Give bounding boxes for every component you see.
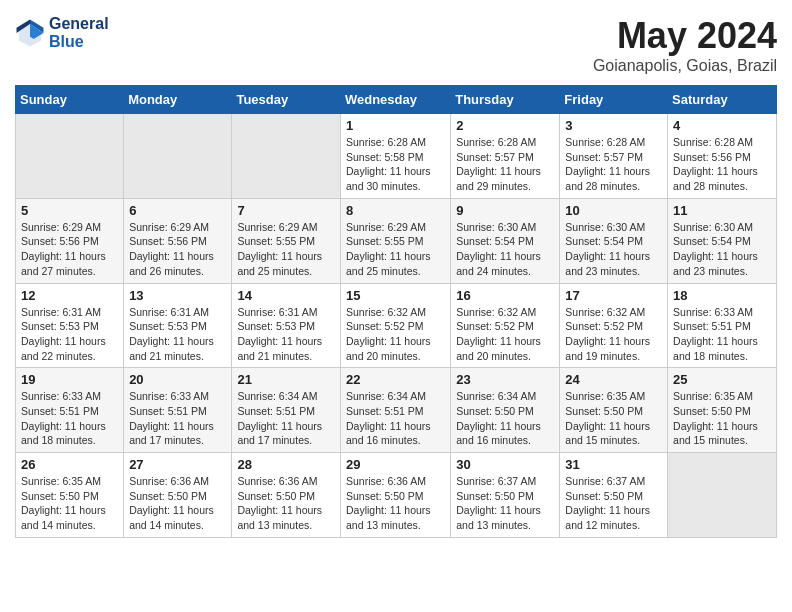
weekday-header-wednesday: Wednesday (340, 86, 450, 114)
day-number: 8 (346, 203, 445, 218)
day-info: Sunrise: 6:36 AM Sunset: 5:50 PM Dayligh… (346, 474, 445, 533)
calendar-week-1: 1Sunrise: 6:28 AM Sunset: 5:58 PM Daylig… (16, 114, 777, 199)
calendar-cell: 23Sunrise: 6:34 AM Sunset: 5:50 PM Dayli… (451, 368, 560, 453)
day-info: Sunrise: 6:32 AM Sunset: 5:52 PM Dayligh… (565, 305, 662, 364)
day-info: Sunrise: 6:35 AM Sunset: 5:50 PM Dayligh… (565, 389, 662, 448)
calendar-cell: 1Sunrise: 6:28 AM Sunset: 5:58 PM Daylig… (340, 114, 450, 199)
day-number: 9 (456, 203, 554, 218)
day-info: Sunrise: 6:33 AM Sunset: 5:51 PM Dayligh… (21, 389, 118, 448)
calendar-cell (124, 114, 232, 199)
weekday-header-thursday: Thursday (451, 86, 560, 114)
day-number: 17 (565, 288, 662, 303)
day-info: Sunrise: 6:34 AM Sunset: 5:51 PM Dayligh… (346, 389, 445, 448)
day-number: 26 (21, 457, 118, 472)
day-info: Sunrise: 6:36 AM Sunset: 5:50 PM Dayligh… (129, 474, 226, 533)
day-info: Sunrise: 6:37 AM Sunset: 5:50 PM Dayligh… (456, 474, 554, 533)
calendar-cell: 6Sunrise: 6:29 AM Sunset: 5:56 PM Daylig… (124, 198, 232, 283)
logo-icon (15, 18, 45, 48)
page-header: General Blue May 2024 Goianapolis, Goias… (15, 15, 777, 75)
day-info: Sunrise: 6:31 AM Sunset: 5:53 PM Dayligh… (237, 305, 335, 364)
day-number: 21 (237, 372, 335, 387)
calendar-body: 1Sunrise: 6:28 AM Sunset: 5:58 PM Daylig… (16, 114, 777, 538)
day-info: Sunrise: 6:28 AM Sunset: 5:57 PM Dayligh… (456, 135, 554, 194)
calendar-cell: 9Sunrise: 6:30 AM Sunset: 5:54 PM Daylig… (451, 198, 560, 283)
weekday-header-sunday: Sunday (16, 86, 124, 114)
calendar-cell (668, 453, 777, 538)
calendar-cell: 5Sunrise: 6:29 AM Sunset: 5:56 PM Daylig… (16, 198, 124, 283)
month-title: May 2024 (593, 15, 777, 57)
day-info: Sunrise: 6:29 AM Sunset: 5:56 PM Dayligh… (129, 220, 226, 279)
calendar-cell: 15Sunrise: 6:32 AM Sunset: 5:52 PM Dayli… (340, 283, 450, 368)
day-number: 24 (565, 372, 662, 387)
day-info: Sunrise: 6:35 AM Sunset: 5:50 PM Dayligh… (673, 389, 771, 448)
day-info: Sunrise: 6:29 AM Sunset: 5:55 PM Dayligh… (237, 220, 335, 279)
calendar-cell: 20Sunrise: 6:33 AM Sunset: 5:51 PM Dayli… (124, 368, 232, 453)
logo: General Blue (15, 15, 109, 50)
day-number: 22 (346, 372, 445, 387)
day-number: 7 (237, 203, 335, 218)
day-info: Sunrise: 6:36 AM Sunset: 5:50 PM Dayligh… (237, 474, 335, 533)
day-number: 19 (21, 372, 118, 387)
day-number: 23 (456, 372, 554, 387)
day-number: 16 (456, 288, 554, 303)
calendar-cell: 31Sunrise: 6:37 AM Sunset: 5:50 PM Dayli… (560, 453, 668, 538)
day-info: Sunrise: 6:28 AM Sunset: 5:58 PM Dayligh… (346, 135, 445, 194)
weekday-header-monday: Monday (124, 86, 232, 114)
calendar-cell (232, 114, 341, 199)
weekday-header-friday: Friday (560, 86, 668, 114)
day-number: 14 (237, 288, 335, 303)
weekday-header-saturday: Saturday (668, 86, 777, 114)
weekday-header-row: SundayMondayTuesdayWednesdayThursdayFrid… (16, 86, 777, 114)
day-info: Sunrise: 6:37 AM Sunset: 5:50 PM Dayligh… (565, 474, 662, 533)
day-info: Sunrise: 6:31 AM Sunset: 5:53 PM Dayligh… (129, 305, 226, 364)
day-info: Sunrise: 6:29 AM Sunset: 5:56 PM Dayligh… (21, 220, 118, 279)
day-number: 10 (565, 203, 662, 218)
calendar-cell: 7Sunrise: 6:29 AM Sunset: 5:55 PM Daylig… (232, 198, 341, 283)
calendar-cell: 8Sunrise: 6:29 AM Sunset: 5:55 PM Daylig… (340, 198, 450, 283)
day-info: Sunrise: 6:29 AM Sunset: 5:55 PM Dayligh… (346, 220, 445, 279)
weekday-header-tuesday: Tuesday (232, 86, 341, 114)
day-number: 1 (346, 118, 445, 133)
day-info: Sunrise: 6:28 AM Sunset: 5:56 PM Dayligh… (673, 135, 771, 194)
day-info: Sunrise: 6:34 AM Sunset: 5:50 PM Dayligh… (456, 389, 554, 448)
day-info: Sunrise: 6:31 AM Sunset: 5:53 PM Dayligh… (21, 305, 118, 364)
calendar-cell (16, 114, 124, 199)
calendar-cell: 29Sunrise: 6:36 AM Sunset: 5:50 PM Dayli… (340, 453, 450, 538)
calendar-cell: 3Sunrise: 6:28 AM Sunset: 5:57 PM Daylig… (560, 114, 668, 199)
day-number: 2 (456, 118, 554, 133)
day-number: 15 (346, 288, 445, 303)
day-info: Sunrise: 6:34 AM Sunset: 5:51 PM Dayligh… (237, 389, 335, 448)
day-number: 12 (21, 288, 118, 303)
calendar-week-2: 5Sunrise: 6:29 AM Sunset: 5:56 PM Daylig… (16, 198, 777, 283)
day-number: 31 (565, 457, 662, 472)
day-number: 20 (129, 372, 226, 387)
calendar-cell: 22Sunrise: 6:34 AM Sunset: 5:51 PM Dayli… (340, 368, 450, 453)
day-number: 28 (237, 457, 335, 472)
day-number: 25 (673, 372, 771, 387)
calendar-cell: 24Sunrise: 6:35 AM Sunset: 5:50 PM Dayli… (560, 368, 668, 453)
day-number: 27 (129, 457, 226, 472)
day-info: Sunrise: 6:33 AM Sunset: 5:51 PM Dayligh… (673, 305, 771, 364)
calendar-week-5: 26Sunrise: 6:35 AM Sunset: 5:50 PM Dayli… (16, 453, 777, 538)
calendar-cell: 17Sunrise: 6:32 AM Sunset: 5:52 PM Dayli… (560, 283, 668, 368)
day-number: 29 (346, 457, 445, 472)
day-info: Sunrise: 6:32 AM Sunset: 5:52 PM Dayligh… (456, 305, 554, 364)
calendar-cell: 25Sunrise: 6:35 AM Sunset: 5:50 PM Dayli… (668, 368, 777, 453)
location: Goianapolis, Goias, Brazil (593, 57, 777, 75)
day-info: Sunrise: 6:28 AM Sunset: 5:57 PM Dayligh… (565, 135, 662, 194)
day-info: Sunrise: 6:33 AM Sunset: 5:51 PM Dayligh… (129, 389, 226, 448)
calendar-cell: 13Sunrise: 6:31 AM Sunset: 5:53 PM Dayli… (124, 283, 232, 368)
day-info: Sunrise: 6:32 AM Sunset: 5:52 PM Dayligh… (346, 305, 445, 364)
calendar-header: SundayMondayTuesdayWednesdayThursdayFrid… (16, 86, 777, 114)
day-number: 3 (565, 118, 662, 133)
calendar-cell: 28Sunrise: 6:36 AM Sunset: 5:50 PM Dayli… (232, 453, 341, 538)
calendar-cell: 12Sunrise: 6:31 AM Sunset: 5:53 PM Dayli… (16, 283, 124, 368)
calendar-week-4: 19Sunrise: 6:33 AM Sunset: 5:51 PM Dayli… (16, 368, 777, 453)
calendar-cell: 30Sunrise: 6:37 AM Sunset: 5:50 PM Dayli… (451, 453, 560, 538)
calendar-cell: 2Sunrise: 6:28 AM Sunset: 5:57 PM Daylig… (451, 114, 560, 199)
day-info: Sunrise: 6:30 AM Sunset: 5:54 PM Dayligh… (565, 220, 662, 279)
title-block: May 2024 Goianapolis, Goias, Brazil (593, 15, 777, 75)
day-info: Sunrise: 6:30 AM Sunset: 5:54 PM Dayligh… (673, 220, 771, 279)
calendar-cell: 11Sunrise: 6:30 AM Sunset: 5:54 PM Dayli… (668, 198, 777, 283)
calendar-cell: 14Sunrise: 6:31 AM Sunset: 5:53 PM Dayli… (232, 283, 341, 368)
